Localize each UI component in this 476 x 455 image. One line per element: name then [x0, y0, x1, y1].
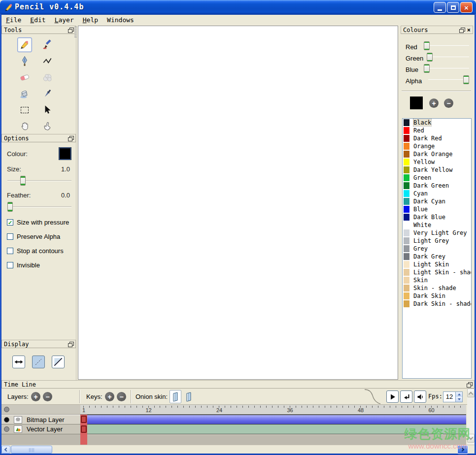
- loop-button[interactable]: [400, 390, 412, 403]
- colour-list-item[interactable]: Grey: [403, 245, 471, 253]
- red-slider[interactable]: [424, 41, 469, 51]
- colour-list-item[interactable]: Dark Red: [403, 134, 471, 142]
- title-bar[interactable]: Pencil v0.4.4b ×: [0, 0, 476, 15]
- colour-list-item[interactable]: Skin - shade: [403, 284, 471, 292]
- scroll-down-button[interactable]: [467, 434, 475, 443]
- size-slider[interactable]: [7, 176, 71, 186]
- feather-slider[interactable]: [7, 202, 71, 212]
- add-key-button[interactable]: +: [105, 392, 114, 401]
- tools-panel-titlebar[interactable]: Tools: [1, 26, 76, 34]
- colour-swatch[interactable]: [404, 119, 409, 126]
- green-slider-handle[interactable]: [427, 53, 433, 62]
- blue-slider-handle[interactable]: [424, 64, 430, 73]
- colour-swatch[interactable]: [404, 174, 409, 181]
- menu-windows[interactable]: Windows: [102, 15, 138, 25]
- colour-list-item[interactable]: Dark Cyan: [403, 197, 471, 205]
- play-button[interactable]: [386, 390, 399, 403]
- option-checkbox-row[interactable]: Preserve Alpha: [7, 229, 75, 244]
- onion-skin-next-button[interactable]: [183, 390, 195, 403]
- colour-list-item[interactable]: Very Light Grey: [403, 229, 471, 237]
- feather-slider-handle[interactable]: [7, 202, 13, 212]
- menu-help[interactable]: Help: [78, 15, 102, 25]
- colour-list-item[interactable]: Dark Blue: [403, 213, 471, 221]
- colour-swatch[interactable]: [404, 214, 409, 221]
- checkbox-checked-icon[interactable]: ✓: [7, 219, 13, 226]
- bitmap-layer-track[interactable]: [80, 415, 466, 424]
- scrollbar-thumb[interactable]: [11, 446, 52, 454]
- option-checkbox-row[interactable]: Invisible: [7, 258, 75, 272]
- green-slider[interactable]: [427, 52, 469, 62]
- keyframe-bitmap-frame-1[interactable]: [81, 416, 87, 423]
- scroll-up-button[interactable]: [467, 389, 475, 397]
- alpha-slider-handle[interactable]: [463, 75, 469, 84]
- timeline-horizontal-scrollbar[interactable]: [1, 445, 475, 454]
- colour-list-item[interactable]: Dark Green: [403, 182, 471, 190]
- float-panel-icon[interactable]: [68, 342, 73, 347]
- colour-swatch[interactable]: [404, 292, 409, 299]
- colour-swatch[interactable]: [404, 253, 409, 260]
- colour-swatch[interactable]: [404, 245, 409, 252]
- colour-swatch[interactable]: [404, 151, 409, 158]
- visibility-dot-icon[interactable]: [4, 407, 9, 412]
- remove-key-button[interactable]: −: [117, 392, 126, 401]
- colour-swatch[interactable]: [404, 222, 409, 228]
- colour-list-item[interactable]: Dark Yellow: [403, 166, 471, 174]
- eraser-tool-button[interactable]: [17, 70, 32, 85]
- pen-tool-button[interactable]: [17, 54, 32, 68]
- float-panel-icon[interactable]: [467, 382, 472, 387]
- polyline-tool-button[interactable]: [40, 54, 55, 68]
- float-panel-icon[interactable]: [68, 28, 73, 32]
- slider-track[interactable]: [427, 57, 469, 57]
- remove-colour-button[interactable]: −: [444, 98, 453, 108]
- fps-value[interactable]: 12: [443, 392, 455, 402]
- colour-swatch-button[interactable]: [59, 148, 71, 160]
- size-slider-handle[interactable]: [20, 176, 26, 186]
- colour-swatch[interactable]: [404, 182, 409, 189]
- colour-list-item[interactable]: Yellow: [403, 158, 471, 166]
- menu-file[interactable]: File: [1, 15, 26, 25]
- checkbox-unchecked-icon[interactable]: [7, 233, 13, 240]
- current-colour-swatch[interactable]: [410, 97, 423, 109]
- slider-track[interactable]: [7, 206, 71, 207]
- layer-row-vector[interactable]: Vector Layer: [1, 424, 80, 434]
- colour-swatch[interactable]: [404, 143, 409, 150]
- colour-list-item[interactable]: Black: [403, 119, 471, 127]
- colour-swatch[interactable]: [404, 135, 409, 142]
- options-panel-titlebar[interactable]: Options: [1, 134, 76, 142]
- spin-up-button[interactable]: [456, 392, 462, 397]
- hand-tool-button[interactable]: [17, 119, 32, 133]
- colour-list-item[interactable]: Dark Skin - shade: [403, 300, 471, 308]
- colour-swatch[interactable]: [404, 206, 409, 213]
- colour-list[interactable]: BlackRedDark RedOrangeDark OrangeYellowD…: [402, 118, 472, 379]
- colour-list-item[interactable]: Cyan: [403, 190, 471, 197]
- minimize-button[interactable]: [434, 2, 446, 13]
- scroll-left-button[interactable]: [1, 446, 10, 454]
- colour-list-item[interactable]: Dark Orange: [403, 150, 471, 158]
- colour-list-item[interactable]: White: [403, 221, 471, 229]
- colour-swatch[interactable]: [404, 261, 409, 268]
- colour-swatch[interactable]: [404, 269, 409, 276]
- colour-swatch[interactable]: [404, 159, 409, 165]
- finger-tool-button[interactable]: [40, 119, 55, 133]
- blue-slider[interactable]: [424, 64, 469, 73]
- timeline-panel-titlebar[interactable]: Time Line: [1, 380, 475, 389]
- colour-list-item[interactable]: Dark Grey: [403, 253, 471, 260]
- close-panel-icon[interactable]: ×: [467, 27, 471, 33]
- eyedropper-tool-button[interactable]: [40, 86, 55, 101]
- onion-skin-prev-button[interactable]: [170, 390, 181, 403]
- option-checkbox-row[interactable]: Stop at contours: [7, 244, 75, 258]
- slider-track[interactable]: [424, 68, 469, 68]
- sound-button[interactable]: [414, 390, 426, 403]
- red-slider-handle[interactable]: [424, 41, 430, 50]
- checkbox-unchecked-icon[interactable]: [7, 262, 13, 268]
- bucket-tool-button[interactable]: [17, 86, 32, 101]
- mirror-display-button[interactable]: [12, 356, 25, 368]
- fps-spinbox[interactable]: 12: [443, 391, 463, 402]
- colour-swatch[interactable]: [404, 198, 409, 205]
- colour-list-item[interactable]: Orange: [403, 142, 471, 150]
- onion-opacity-display-button[interactable]: [32, 356, 45, 368]
- vector-layer-track[interactable]: [80, 424, 466, 434]
- float-panel-icon[interactable]: [68, 136, 73, 141]
- brush-tool-button[interactable]: [40, 37, 55, 52]
- timeline-ruler[interactable]: 11224364860: [80, 405, 466, 415]
